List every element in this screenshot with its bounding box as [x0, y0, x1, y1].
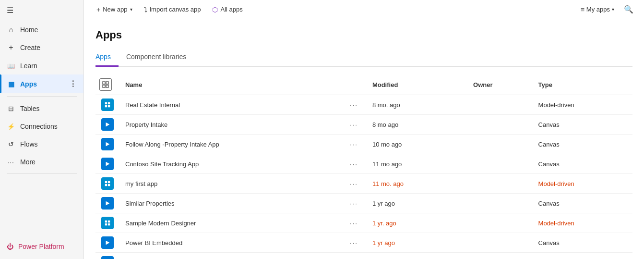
row-owner	[467, 194, 533, 213]
new-app-button[interactable]: + New app ▾	[92, 3, 137, 16]
row-name-cell: Power BI Embedded	[119, 233, 341, 253]
row-more-options[interactable]: ···	[347, 160, 361, 169]
power-platform-icon	[7, 243, 13, 250]
app-name[interactable]: Contoso Site Tracking App	[125, 160, 199, 168]
row-options-cell: ···	[341, 233, 367, 253]
row-modified: 1 yr ago	[367, 253, 467, 259]
sidebar-item-tables[interactable]: Tables	[0, 99, 83, 117]
sidebar-item-label: Connections	[20, 123, 58, 130]
app-icon	[101, 197, 114, 210]
svg-rect-3	[106, 85, 108, 87]
row-owner	[467, 174, 533, 194]
row-more-options[interactable]: ···	[347, 140, 361, 149]
row-icon-cell	[95, 115, 119, 135]
svg-rect-5	[108, 102, 110, 104]
row-name-cell: Sample Real Estate	[119, 253, 341, 259]
sidebar-item-home[interactable]: Home	[0, 21, 83, 38]
table-row[interactable]: Similar Properties ··· 1 yr ago Canvas	[95, 194, 632, 213]
sidebar-item-flows[interactable]: Flows	[0, 135, 83, 153]
toolbar: + New app ▾ ⤵ Import canvas app ⬡ All ap…	[84, 0, 644, 19]
row-name-cell: Property Intake	[119, 115, 341, 135]
toolbar-right: ≡ My apps ▾ 🔍	[578, 3, 636, 16]
svg-rect-18	[105, 223, 107, 225]
row-owner	[467, 253, 533, 259]
app-name[interactable]: my first app	[125, 180, 157, 187]
sidebar-item-power-platform[interactable]: Power Platform	[7, 239, 77, 254]
app-name[interactable]: Property Intake	[125, 121, 167, 128]
row-owner	[467, 154, 533, 174]
hamburger-icon[interactable]: ☰	[7, 6, 13, 15]
sidebar-item-learn[interactable]: Learn	[0, 57, 83, 74]
sidebar-item-more-icon[interactable]: ⋮	[69, 79, 77, 88]
row-more-options[interactable]: ···	[347, 179, 361, 188]
import-canvas-button[interactable]: ⤵ Import canvas app	[139, 3, 206, 16]
tables-icon	[7, 104, 15, 112]
column-select-icon[interactable]	[99, 78, 112, 91]
row-icon-cell	[95, 174, 119, 194]
svg-rect-6	[105, 105, 107, 107]
tab-apps[interactable]: Apps	[95, 49, 119, 67]
app-name[interactable]: Real Estate Internal	[125, 101, 180, 109]
svg-rect-12	[108, 181, 110, 183]
office-icon: ⬡	[212, 6, 218, 13]
row-more-options[interactable]: ···	[347, 199, 361, 208]
col-type-header[interactable]: Type	[533, 74, 632, 95]
sidebar-item-label: Flows	[20, 140, 38, 148]
svg-rect-7	[108, 105, 110, 107]
sidebar-item-label: Home	[20, 26, 38, 34]
row-more-options[interactable]: ···	[347, 120, 361, 129]
all-apps-button[interactable]: ⬡ All apps	[207, 3, 247, 16]
row-more-options[interactable]: ···	[347, 219, 361, 228]
row-more-options[interactable]: ···	[347, 238, 361, 247]
row-more-options[interactable]: ···	[347, 100, 361, 110]
apps-table: Name Modified Owner Type	[95, 74, 632, 259]
row-type: Model-driven	[533, 174, 632, 194]
app-name[interactable]: Power BI Embedded	[125, 239, 182, 247]
app-icon	[101, 99, 114, 111]
my-apps-button[interactable]: ≡ My apps ▾	[578, 4, 617, 15]
col-name-header[interactable]: Name	[119, 74, 341, 95]
search-button[interactable]: 🔍	[621, 3, 636, 16]
sidebar-divider	[7, 96, 77, 97]
svg-rect-0	[103, 82, 105, 84]
row-owner	[467, 213, 533, 233]
app-name[interactable]: Follow Along -Property Intake App	[125, 141, 219, 148]
sidebar-item-create[interactable]: Create	[0, 38, 83, 57]
row-modified: 1 yr ago	[367, 233, 467, 253]
table-row[interactable]: my first app ··· 11 mo. ago Model-driven	[95, 174, 632, 194]
import-label: Import canvas app	[150, 6, 201, 13]
row-options-cell: ···	[341, 135, 367, 154]
tab-component-libraries[interactable]: Component libraries	[119, 49, 194, 67]
row-options-cell: ···	[341, 194, 367, 213]
content-area: Apps Apps Component libraries	[84, 19, 644, 259]
table-row[interactable]: Property Intake ··· 8 mo ago Canvas	[95, 115, 632, 135]
my-apps-chevron-icon: ▾	[612, 7, 614, 12]
table-row[interactable]: Follow Along -Property Intake App ··· 10…	[95, 135, 632, 154]
sidebar-item-more[interactable]: More	[0, 153, 83, 171]
tabs-bar: Apps Component libraries	[95, 49, 632, 67]
table-row[interactable]: Sample Real Estate ··· 1 yr ago Canvas	[95, 253, 632, 259]
row-name-cell: Real Estate Internal	[119, 95, 341, 115]
row-options-cell: ···	[341, 174, 367, 194]
row-modified: 8 mo. ago	[367, 95, 467, 115]
app-name[interactable]: Similar Properties	[125, 200, 175, 207]
table-row[interactable]: Real Estate Internal ··· 8 mo. ago Model…	[95, 95, 632, 115]
app-icon	[101, 217, 114, 229]
sidebar-item-apps[interactable]: Apps ⋮	[0, 74, 83, 93]
table-row[interactable]: Sample Modern Designer ··· 1 yr. ago Mod…	[95, 213, 632, 233]
col-options-header	[341, 74, 367, 95]
menu-lines-icon: ≡	[581, 6, 584, 13]
svg-marker-9	[106, 142, 110, 147]
app-name[interactable]: Sample Modern Designer	[125, 220, 196, 227]
sidebar-divider-2	[7, 173, 77, 174]
sidebar-item-label: Apps	[20, 80, 37, 88]
svg-rect-4	[105, 102, 107, 104]
table-row[interactable]: Power BI Embedded ··· 1 yr ago Canvas	[95, 233, 632, 253]
col-owner-header[interactable]: Owner	[467, 74, 533, 95]
new-app-chevron-icon: ▾	[130, 7, 132, 12]
app-icon	[101, 118, 114, 131]
sidebar: ☰ Home Create Learn Apps ⋮ Tables Connec…	[0, 0, 84, 259]
col-modified-header[interactable]: Modified	[367, 74, 467, 95]
sidebar-item-connections[interactable]: Connections	[0, 117, 83, 135]
table-row[interactable]: Contoso Site Tracking App ··· 11 mo ago …	[95, 154, 632, 174]
